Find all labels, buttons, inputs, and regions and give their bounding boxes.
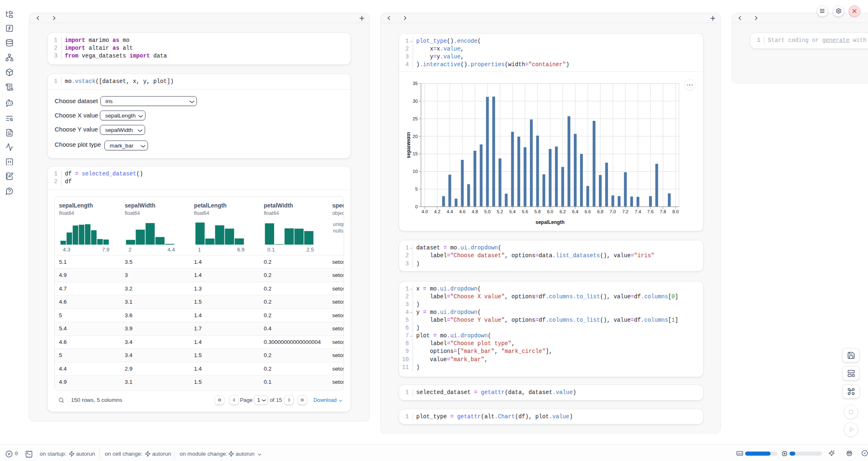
svg-text:4.8: 4.8 xyxy=(472,209,478,214)
svg-text:20: 20 xyxy=(413,134,418,138)
svg-text:0: 0 xyxy=(415,204,418,209)
svg-text:5.0: 5.0 xyxy=(484,209,490,214)
svg-text:4.0: 4.0 xyxy=(422,209,428,214)
svg-text:4.2: 4.2 xyxy=(434,209,440,214)
svg-text:4.4: 4.4 xyxy=(447,209,453,214)
svg-text:7.4: 7.4 xyxy=(635,209,641,214)
svg-text:7.2: 7.2 xyxy=(622,209,628,214)
svg-text:15: 15 xyxy=(413,151,418,156)
svg-text:0.1: 0.1 xyxy=(268,247,275,253)
svg-text:2: 2 xyxy=(129,247,132,253)
svg-text:6.0: 6.0 xyxy=(547,209,553,214)
svg-text:6.4: 6.4 xyxy=(572,209,578,214)
svg-text:sepalWidth: sepalWidth xyxy=(407,132,411,158)
svg-text:6.8: 6.8 xyxy=(597,209,603,214)
svg-text:30: 30 xyxy=(413,98,418,103)
svg-text:7.0: 7.0 xyxy=(609,209,616,214)
svg-text:7.6: 7.6 xyxy=(647,209,653,214)
svg-text:7.9: 7.9 xyxy=(102,247,110,253)
svg-text:5.8: 5.8 xyxy=(534,209,540,214)
svg-text:35: 35 xyxy=(413,81,418,86)
svg-text:2.5: 2.5 xyxy=(307,247,314,253)
svg-text:7.8: 7.8 xyxy=(660,209,666,214)
svg-text:6.9: 6.9 xyxy=(237,247,245,253)
svg-text:4.3: 4.3 xyxy=(63,247,71,253)
svg-text:5.6: 5.6 xyxy=(522,209,528,214)
svg-text:6.6: 6.6 xyxy=(584,209,591,214)
svg-text:5.4: 5.4 xyxy=(509,209,515,214)
svg-text:4.6: 4.6 xyxy=(459,209,465,214)
svg-text:10: 10 xyxy=(413,169,418,174)
svg-text:6.2: 6.2 xyxy=(559,209,566,214)
svg-text:25: 25 xyxy=(413,116,418,121)
svg-text:sepalLength: sepalLength xyxy=(536,219,565,225)
svg-text:8.0: 8.0 xyxy=(672,209,679,214)
svg-text:4.4: 4.4 xyxy=(168,247,175,253)
svg-text:5: 5 xyxy=(415,187,418,191)
svg-text:1: 1 xyxy=(198,247,201,253)
svg-text:5.2: 5.2 xyxy=(497,209,503,214)
